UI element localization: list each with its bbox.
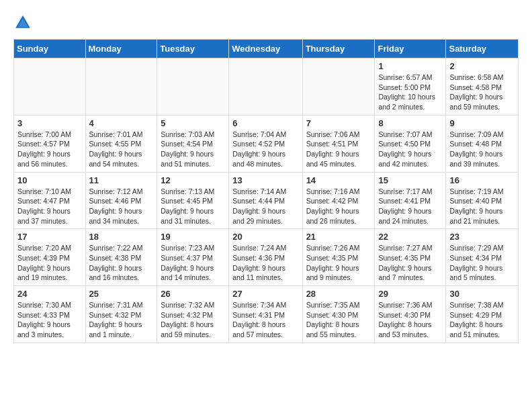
page-header	[13, 13, 519, 32]
calendar-cell: 23Sunrise: 7:29 AM Sunset: 4:34 PM Dayli…	[446, 229, 519, 286]
weekday-header-tuesday: Tuesday	[157, 40, 229, 58]
day-info: Sunrise: 7:35 AM Sunset: 4:30 PM Dayligh…	[306, 300, 371, 340]
calendar-cell: 19Sunrise: 7:23 AM Sunset: 4:37 PM Dayli…	[157, 229, 229, 286]
day-info: Sunrise: 7:00 AM Sunset: 4:57 PM Dayligh…	[17, 130, 82, 169]
day-number: 10	[17, 175, 82, 185]
calendar-cell	[302, 58, 375, 116]
calendar-cell	[85, 58, 157, 116]
calendar-cell: 29Sunrise: 7:36 AM Sunset: 4:30 PM Dayli…	[375, 286, 446, 343]
calendar-week-row: 1Sunrise: 6:57 AM Sunset: 5:00 PM Daylig…	[14, 58, 519, 116]
day-number: 7	[306, 118, 371, 128]
day-number: 30	[449, 289, 515, 299]
day-number: 19	[161, 232, 225, 242]
calendar-cell: 5Sunrise: 7:03 AM Sunset: 4:54 PM Daylig…	[157, 115, 229, 172]
day-info: Sunrise: 7:09 AM Sunset: 4:48 PM Dayligh…	[449, 130, 515, 169]
day-info: Sunrise: 7:31 AM Sunset: 4:32 PM Dayligh…	[89, 300, 154, 340]
calendar-week-row: 10Sunrise: 7:10 AM Sunset: 4:47 PM Dayli…	[14, 172, 519, 229]
day-info: Sunrise: 7:22 AM Sunset: 4:38 PM Dayligh…	[89, 243, 154, 283]
day-number: 13	[232, 175, 298, 185]
calendar-table: SundayMondayTuesdayWednesdayThursdayFrid…	[13, 39, 519, 343]
calendar-cell: 24Sunrise: 7:30 AM Sunset: 4:33 PM Dayli…	[14, 286, 86, 343]
day-number: 8	[378, 118, 442, 128]
calendar-cell: 28Sunrise: 7:35 AM Sunset: 4:30 PM Dayli…	[302, 286, 375, 343]
calendar-cell	[229, 58, 302, 116]
day-number: 12	[161, 175, 225, 185]
day-info: Sunrise: 7:27 AM Sunset: 4:35 PM Dayligh…	[378, 243, 442, 283]
calendar-cell	[14, 58, 86, 116]
day-number: 26	[161, 289, 225, 299]
calendar-cell: 6Sunrise: 7:04 AM Sunset: 4:52 PM Daylig…	[229, 115, 302, 172]
day-number: 3	[17, 118, 82, 128]
day-info: Sunrise: 6:57 AM Sunset: 5:00 PM Dayligh…	[378, 73, 442, 112]
logo-icon	[13, 13, 32, 32]
calendar-week-row: 24Sunrise: 7:30 AM Sunset: 4:33 PM Dayli…	[14, 286, 519, 343]
day-info: Sunrise: 7:06 AM Sunset: 4:51 PM Dayligh…	[306, 130, 371, 169]
day-number: 20	[232, 232, 298, 242]
calendar-week-row: 3Sunrise: 7:00 AM Sunset: 4:57 PM Daylig…	[14, 115, 519, 172]
day-info: Sunrise: 6:58 AM Sunset: 4:58 PM Dayligh…	[449, 73, 515, 112]
calendar-cell: 17Sunrise: 7:20 AM Sunset: 4:39 PM Dayli…	[14, 229, 86, 286]
calendar-cell: 25Sunrise: 7:31 AM Sunset: 4:32 PM Dayli…	[85, 286, 157, 343]
day-number: 15	[378, 175, 442, 185]
calendar-week-row: 17Sunrise: 7:20 AM Sunset: 4:39 PM Dayli…	[14, 229, 519, 286]
calendar-cell: 30Sunrise: 7:38 AM Sunset: 4:29 PM Dayli…	[446, 286, 519, 343]
calendar-cell: 22Sunrise: 7:27 AM Sunset: 4:35 PM Dayli…	[375, 229, 446, 286]
day-info: Sunrise: 7:20 AM Sunset: 4:39 PM Dayligh…	[17, 243, 82, 283]
calendar-cell: 8Sunrise: 7:07 AM Sunset: 4:50 PM Daylig…	[375, 115, 446, 172]
calendar-cell: 14Sunrise: 7:16 AM Sunset: 4:42 PM Dayli…	[302, 172, 375, 229]
day-number: 5	[161, 118, 225, 128]
calendar-cell: 21Sunrise: 7:26 AM Sunset: 4:35 PM Dayli…	[302, 229, 375, 286]
day-number: 17	[17, 232, 82, 242]
day-number: 4	[89, 118, 154, 128]
day-number: 11	[89, 175, 154, 185]
day-number: 16	[449, 175, 515, 185]
day-info: Sunrise: 7:30 AM Sunset: 4:33 PM Dayligh…	[17, 300, 82, 340]
day-number: 24	[17, 289, 82, 299]
day-info: Sunrise: 7:24 AM Sunset: 4:36 PM Dayligh…	[232, 243, 298, 283]
day-info: Sunrise: 7:12 AM Sunset: 4:46 PM Dayligh…	[89, 187, 154, 226]
day-number: 1	[378, 61, 442, 71]
day-info: Sunrise: 7:19 AM Sunset: 4:40 PM Dayligh…	[449, 187, 515, 226]
calendar-cell: 27Sunrise: 7:34 AM Sunset: 4:31 PM Dayli…	[229, 286, 302, 343]
day-info: Sunrise: 7:03 AM Sunset: 4:54 PM Dayligh…	[161, 130, 225, 169]
day-info: Sunrise: 7:14 AM Sunset: 4:44 PM Dayligh…	[232, 187, 298, 226]
calendar-cell: 3Sunrise: 7:00 AM Sunset: 4:57 PM Daylig…	[14, 115, 86, 172]
weekday-header-thursday: Thursday	[302, 40, 375, 58]
day-number: 14	[306, 175, 371, 185]
day-info: Sunrise: 7:13 AM Sunset: 4:45 PM Dayligh…	[161, 187, 225, 226]
day-info: Sunrise: 7:29 AM Sunset: 4:34 PM Dayligh…	[449, 243, 515, 283]
day-number: 9	[449, 118, 515, 128]
calendar-cell: 7Sunrise: 7:06 AM Sunset: 4:51 PM Daylig…	[302, 115, 375, 172]
calendar-cell: 2Sunrise: 6:58 AM Sunset: 4:58 PM Daylig…	[446, 58, 519, 116]
day-info: Sunrise: 7:16 AM Sunset: 4:42 PM Dayligh…	[306, 187, 371, 226]
day-info: Sunrise: 7:01 AM Sunset: 4:55 PM Dayligh…	[89, 130, 154, 169]
day-number: 29	[378, 289, 442, 299]
calendar-cell: 12Sunrise: 7:13 AM Sunset: 4:45 PM Dayli…	[157, 172, 229, 229]
day-info: Sunrise: 7:26 AM Sunset: 4:35 PM Dayligh…	[306, 243, 371, 283]
calendar-cell: 10Sunrise: 7:10 AM Sunset: 4:47 PM Dayli…	[14, 172, 86, 229]
day-info: Sunrise: 7:17 AM Sunset: 4:41 PM Dayligh…	[378, 187, 442, 226]
calendar-cell: 1Sunrise: 6:57 AM Sunset: 5:00 PM Daylig…	[375, 58, 446, 116]
day-info: Sunrise: 7:07 AM Sunset: 4:50 PM Dayligh…	[378, 130, 442, 169]
day-info: Sunrise: 7:32 AM Sunset: 4:32 PM Dayligh…	[161, 300, 225, 340]
day-number: 25	[89, 289, 154, 299]
day-info: Sunrise: 7:10 AM Sunset: 4:47 PM Dayligh…	[17, 187, 82, 226]
logo	[13, 13, 35, 32]
weekday-header-saturday: Saturday	[446, 40, 519, 58]
day-number: 27	[232, 289, 298, 299]
calendar-cell: 26Sunrise: 7:32 AM Sunset: 4:32 PM Dayli…	[157, 286, 229, 343]
day-number: 23	[449, 232, 515, 242]
calendar-cell: 20Sunrise: 7:24 AM Sunset: 4:36 PM Dayli…	[229, 229, 302, 286]
calendar-cell: 18Sunrise: 7:22 AM Sunset: 4:38 PM Dayli…	[85, 229, 157, 286]
calendar-cell: 13Sunrise: 7:14 AM Sunset: 4:44 PM Dayli…	[229, 172, 302, 229]
calendar-header-row: SundayMondayTuesdayWednesdayThursdayFrid…	[14, 40, 519, 58]
calendar-cell: 15Sunrise: 7:17 AM Sunset: 4:41 PM Dayli…	[375, 172, 446, 229]
day-number: 18	[89, 232, 154, 242]
calendar-cell: 11Sunrise: 7:12 AM Sunset: 4:46 PM Dayli…	[85, 172, 157, 229]
weekday-header-monday: Monday	[85, 40, 157, 58]
day-number: 6	[232, 118, 298, 128]
day-info: Sunrise: 7:04 AM Sunset: 4:52 PM Dayligh…	[232, 130, 298, 169]
calendar-cell: 9Sunrise: 7:09 AM Sunset: 4:48 PM Daylig…	[446, 115, 519, 172]
day-number: 2	[449, 61, 515, 71]
calendar-cell: 4Sunrise: 7:01 AM Sunset: 4:55 PM Daylig…	[85, 115, 157, 172]
